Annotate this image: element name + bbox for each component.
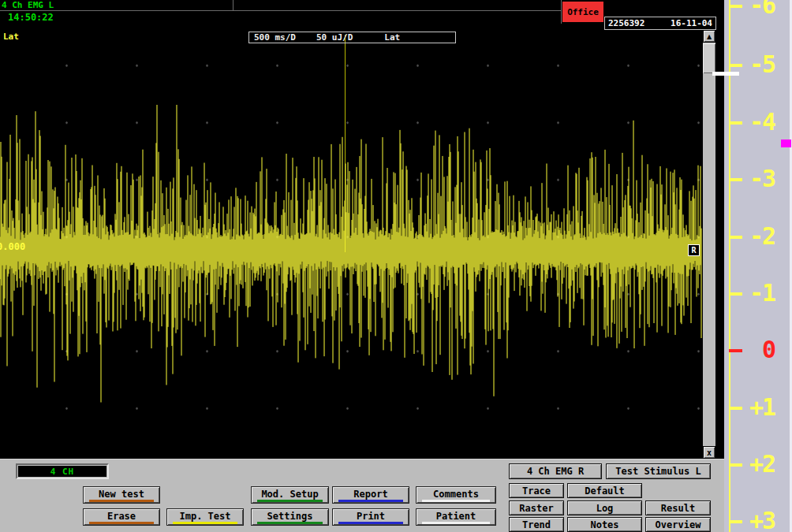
function-key-color-bar — [173, 522, 238, 524]
up-arrow-icon: ▲ — [707, 33, 712, 40]
ruler-tick — [729, 178, 742, 181]
trend-view-button[interactable]: Trend — [509, 517, 564, 532]
function-key-color-bar — [257, 522, 323, 524]
level-cursor-marker[interactable] — [712, 72, 739, 76]
mod-setup-button[interactable]: Mod. Setup — [251, 486, 329, 504]
active-channel-label: 4 Ch EMG L — [2, 0, 54, 10]
button-label: Imp. Test — [179, 511, 230, 522]
button-label: Report — [353, 489, 387, 500]
clock-time: 14:50:22 — [8, 12, 54, 23]
ruler-tick — [729, 292, 742, 296]
event-marker — [781, 140, 791, 147]
close-button[interactable]: x — [703, 446, 715, 459]
side-indicator: R — [688, 244, 700, 256]
baseline-value: 0.000 — [0, 241, 25, 252]
button-label: Mod. Setup — [261, 489, 318, 500]
erase-button[interactable]: Erase — [83, 508, 160, 526]
ruler-tick — [729, 463, 742, 467]
button-label: Erase — [107, 511, 136, 522]
default-button[interactable]: Default — [567, 483, 642, 498]
comments-button[interactable]: Comments — [416, 486, 496, 504]
ruler-tick — [729, 349, 742, 352]
function-key-color-bar — [422, 522, 490, 524]
emg-trace — [0, 30, 702, 459]
exam-date: 16-11-04 — [671, 18, 712, 28]
waveform-display-area: Lat 500 ms/D 50 uJ/D Lat 0.000 R ▲ x — [0, 30, 724, 459]
ruler-tick — [729, 64, 742, 67]
button-label: New test — [99, 489, 144, 500]
office-badge: Office — [562, 2, 603, 22]
log-button[interactable]: Log — [567, 500, 642, 515]
ruler-tick — [729, 236, 742, 239]
patient-id: 2256392 — [608, 18, 644, 28]
gain-setting: 50 uJ/D — [316, 32, 353, 43]
ruler-tick — [729, 121, 742, 125]
channel-select-emg-r-button[interactable]: 4 Ch EMG R — [509, 463, 602, 479]
ruler-tick — [729, 407, 742, 410]
ruler-axis-line — [729, 0, 730, 532]
ruler-tick — [729, 520, 742, 523]
settings-button[interactable]: Settings — [251, 508, 329, 526]
trace-view-button[interactable]: Trace — [509, 483, 564, 498]
ruler-label: -1 — [749, 279, 775, 307]
emg-machine-screen: 4 Ch EMG L 14:50:22 Office 2256392 16-11… — [0, 0, 792, 532]
ruler-label: +1 — [749, 393, 775, 421]
amplitude-ruler: -6-5-4-3-2-10+1+2+3 — [724, 0, 792, 532]
close-icon: x — [707, 448, 712, 457]
topbar-divider — [0, 10, 561, 11]
topbar-divider — [561, 0, 562, 24]
sweep-settings-box: 500 ms/D 50 uJ/D Lat — [248, 32, 456, 43]
ruler-label: -5 — [749, 50, 775, 78]
test-stimulus-button[interactable]: Test Stimulus L — [606, 463, 711, 479]
channel-indicator-frame: 4 CH — [16, 463, 109, 479]
raster-view-button[interactable]: Raster — [509, 500, 564, 515]
channel-indicator: 4 CH — [18, 466, 106, 477]
overview-button[interactable]: Overview — [645, 517, 711, 532]
trace-corner-label: Lat — [3, 32, 19, 42]
ruler-label: -4 — [749, 108, 775, 136]
button-label: Patient — [436, 511, 476, 522]
patient-id-box: 2256392 16-11-04 — [604, 17, 716, 30]
scrollbar-thumb[interactable] — [703, 43, 715, 73]
button-label: Print — [357, 511, 385, 522]
control-panel: 4 CH New test Erase Imp. Test Mod. Setup… — [0, 459, 724, 532]
ruler-tick — [729, 5, 742, 8]
impedance-test-button[interactable]: Imp. Test — [166, 508, 244, 526]
sweep-speed: 500 ms/D — [254, 32, 296, 43]
ruler-label: -2 — [749, 222, 775, 250]
new-test-button[interactable]: New test — [83, 486, 160, 504]
button-label: Settings — [267, 511, 313, 522]
function-key-color-bar — [338, 522, 404, 524]
ruler-label: -3 — [749, 165, 775, 192]
notes-button[interactable]: Notes — [567, 517, 642, 532]
function-key-color-bar — [89, 522, 155, 524]
ruler-label: +2 — [749, 450, 775, 478]
result-button[interactable]: Result — [645, 500, 711, 515]
function-key-color-bar — [338, 500, 404, 502]
function-key-color-bar — [422, 500, 490, 502]
trace-name: Lat — [384, 32, 400, 43]
trace-scrollbar[interactable]: ▲ x — [703, 30, 715, 459]
function-key-color-bar — [89, 500, 155, 502]
report-button[interactable]: Report — [332, 486, 409, 504]
top-status-bar: 4 Ch EMG L 14:50:22 Office 2256392 16-11… — [0, 0, 724, 30]
ruler-label: 0 — [762, 336, 775, 363]
ruler-label: -6 — [749, 0, 775, 19]
topbar-divider — [233, 0, 233, 10]
function-key-color-bar — [257, 500, 323, 502]
print-button[interactable]: Print — [332, 508, 409, 526]
button-label: Comments — [433, 489, 479, 500]
ruler-label: +3 — [749, 507, 775, 532]
scroll-up-button[interactable]: ▲ — [703, 30, 715, 43]
patient-button[interactable]: Patient — [416, 508, 496, 526]
